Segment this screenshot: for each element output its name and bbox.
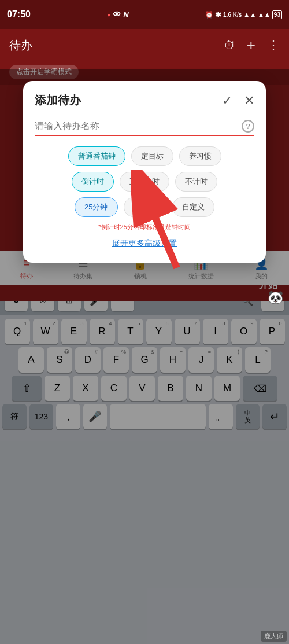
watermark: 鹿大师 bbox=[261, 631, 287, 642]
tag-25min[interactable]: 25分钟 bbox=[75, 197, 117, 217]
add-todo-dialog: 添加待办 ✓ ✕ ? 普通番茄钟 定目标 养习惯 倒计时 正向计时 不计时 bbox=[23, 81, 266, 263]
add-todo-button[interactable]: + bbox=[247, 36, 255, 54]
dialog-header: 添加待办 ✓ ✕ bbox=[35, 93, 254, 108]
duration-tags: 25分钟 35分钟 自定义 bbox=[35, 197, 254, 217]
expand-settings-link[interactable]: 展开更多高级设置 bbox=[35, 238, 254, 249]
tag-countdown[interactable]: 倒计时 bbox=[72, 172, 114, 192]
eye-icon: 👁 bbox=[113, 10, 121, 19]
status-right: ⏰ ✱ 1.6 K/s ▲▲ ▲▲ 93 bbox=[205, 10, 282, 19]
timer-type-tags: 普通番茄钟 定目标 养习惯 bbox=[35, 146, 254, 166]
tag-custom[interactable]: 自定义 bbox=[172, 197, 214, 217]
app-title: 待办 bbox=[9, 38, 32, 53]
dialog-actions: ✓ ✕ bbox=[222, 93, 254, 108]
bluetooth-icon: ✱ bbox=[215, 10, 221, 19]
nfc-icon: N bbox=[123, 10, 128, 19]
status-icons: ● 👁 N bbox=[107, 10, 128, 19]
dialog-title: 添加待办 bbox=[35, 93, 81, 108]
signal1-icon: ▲▲ bbox=[243, 11, 256, 18]
tag-pomodoro[interactable]: 普通番茄钟 bbox=[68, 146, 125, 166]
alarm-icon: ⏰ bbox=[205, 11, 213, 19]
speed-indicator: 1.6 K/s bbox=[223, 12, 242, 18]
clock-icon[interactable]: ⏱ bbox=[224, 39, 235, 52]
tag-goal[interactable]: 定目标 bbox=[131, 146, 173, 166]
status-bar: 07:50 ● 👁 N ⏰ ✱ 1.6 K/s ▲▲ ▲▲ 93 bbox=[0, 0, 289, 29]
tag-no-timer[interactable]: 不计时 bbox=[175, 172, 217, 192]
signal2-icon: ▲▲ bbox=[258, 11, 271, 18]
notification-dot: ● bbox=[107, 12, 110, 18]
confirm-button[interactable]: ✓ bbox=[222, 93, 232, 108]
app-header: 待办 ⏱ + ⋮ bbox=[0, 29, 289, 61]
close-button[interactable]: ✕ bbox=[244, 93, 254, 108]
help-icon[interactable]: ? bbox=[242, 120, 254, 133]
status-time: 07:50 bbox=[7, 9, 31, 20]
tag-35min[interactable]: 35分钟 bbox=[124, 197, 166, 217]
todo-name-input[interactable] bbox=[35, 117, 242, 135]
app-header-icons: ⏱ + ⋮ bbox=[224, 36, 280, 54]
more-options-icon[interactable]: ⋮ bbox=[267, 38, 280, 53]
todo-name-input-row: ? bbox=[35, 117, 254, 136]
tag-countup[interactable]: 正向计时 bbox=[120, 172, 169, 192]
count-type-tags: 倒计时 正向计时 不计时 bbox=[35, 172, 254, 192]
modal-overlay: 添加待办 ✓ ✕ ? 普通番茄钟 定目标 养习惯 倒计时 正向计时 不计时 bbox=[0, 69, 289, 644]
battery-indicator: 93 bbox=[272, 10, 282, 19]
pomodoro-hint: *倒计时25分钟即标准番茄钟时间 bbox=[35, 223, 254, 231]
panda-icon: 🐼 bbox=[268, 290, 283, 305]
tag-habit[interactable]: 养习惯 bbox=[179, 146, 221, 166]
